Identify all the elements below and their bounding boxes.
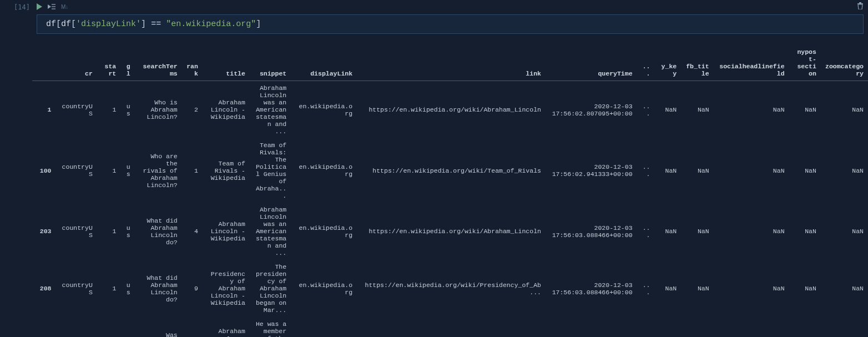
cell-ellipsis: ...	[637, 203, 655, 260]
cell-snippet: Abraham Lincoln was an American statesma…	[250, 203, 291, 260]
column-header: snippet	[250, 45, 291, 81]
column-header: cr	[55, 45, 97, 81]
cell-gl: us	[120, 203, 134, 260]
cell-ellipsis: ...	[637, 317, 655, 337]
cell-gl: us	[120, 260, 134, 317]
column-header: nypost-section	[789, 45, 821, 81]
cell-snippet: The presidency of Abraham Lincoln began …	[250, 260, 291, 317]
code-input[interactable]: df[df['displayLink'] == "en.wikipedia.or…	[37, 14, 864, 34]
cell-main: M↓ df[df['displayLink'] == "en.wikipedia…	[32, 0, 868, 337]
cell-title: Abraham Lincoln - Wikipedia	[203, 203, 250, 260]
cell-cr: countryUS	[55, 317, 97, 337]
cell-title: Team of Rivals - Wikipedia	[203, 138, 250, 203]
cell-displayLink: en.wikipedia.org	[291, 317, 357, 337]
cell-rank: 11	[182, 317, 203, 337]
cell-nypost: NaN	[789, 81, 821, 139]
column-header: queryTime	[546, 45, 637, 81]
cell-cr: countryUS	[55, 203, 97, 260]
cell-y_key: NaN	[654, 203, 681, 260]
cell-queryTime: 2020-12-03 17:56:03.088466+00:00	[546, 203, 637, 260]
cell-snippet: He was a member of the Illinois and Kent…	[250, 317, 291, 337]
cell-zoom: NaN	[821, 203, 868, 260]
svg-marker-1	[48, 4, 51, 9]
cell-displayLink: en.wikipedia.org	[291, 138, 357, 203]
cell-ellipsis: ...	[637, 81, 655, 139]
cell-link: https://en.wikipedia.org/wiki/Abraham_Jo…	[357, 317, 546, 337]
cell-snippet: Abraham Lincoln was an American statesma…	[250, 81, 291, 139]
cell-socialheadlinefield: NaN	[714, 260, 789, 317]
cell-nypost: NaN	[789, 260, 821, 317]
table-body: 1countryUS1usWho is Abraham Lincoln?2Abr…	[32, 81, 868, 338]
cell-searchTerms: Who is Abraham Lincoln?	[135, 81, 182, 139]
cell-start: 11	[97, 317, 120, 337]
column-header: zoomcategory	[821, 45, 868, 81]
cell-displayLink: en.wikipedia.org	[291, 260, 357, 317]
cell-queryTime: 2020-12-03 17:56:03.088466+00:00	[546, 260, 637, 317]
cell-displayLink: en.wikipedia.org	[291, 81, 357, 139]
cell-cr: countryUS	[55, 81, 97, 139]
table-header: crstartglsearchTermsranktitlesnippetdisp…	[32, 45, 868, 81]
cell-fb_title: NaN	[681, 203, 713, 260]
column-header: displayLink	[291, 45, 357, 81]
cell-y_key: NaN	[654, 317, 681, 337]
cell-start: 1	[97, 203, 120, 260]
cell-nypost: NaN	[789, 203, 821, 260]
column-header: link	[357, 45, 546, 81]
cell-y_key: NaN	[654, 260, 681, 317]
markdown-toggle[interactable]: M↓	[61, 4, 68, 10]
cell-socialheadlinefield: NaN	[714, 317, 789, 337]
cell-snippet: Team of Rivals: The Political Genius of …	[250, 138, 291, 203]
dataframe-table: crstartglsearchTermsranktitlesnippetdisp…	[32, 45, 868, 337]
cell-idx: 310	[32, 317, 55, 337]
cell-idx: 100	[32, 138, 55, 203]
cell-rank: 2	[182, 81, 203, 139]
cell-fb_title: NaN	[681, 81, 713, 139]
cell-socialheadlinefield: NaN	[714, 81, 789, 139]
cell-ellipsis: ...	[637, 260, 655, 317]
cell-rank: 4	[182, 203, 203, 260]
column-header: ...	[637, 45, 655, 81]
cell-socialheadlinefield: NaN	[714, 138, 789, 203]
column-header: socialheadlinefield	[714, 45, 789, 81]
execution-count: [14]	[0, 3, 30, 11]
delete-cell-icon[interactable]	[857, 2, 864, 11]
cell-zoom: NaN	[821, 138, 868, 203]
run-by-line-icon[interactable]	[48, 3, 55, 10]
column-header: fb_title	[681, 45, 713, 81]
table-row: 100countryUS1usWho are the rivals of Abr…	[32, 138, 868, 203]
cell-start: 1	[97, 138, 120, 203]
cell-searchTerms: What did Abraham Lincoln do?	[135, 260, 182, 317]
cell-idx: 1	[32, 81, 55, 139]
prompt-area: [14]	[0, 0, 32, 337]
cell-socialheadlinefield: NaN	[714, 203, 789, 260]
cell-link: https://en.wikipedia.org/wiki/Team_of_Ri…	[357, 138, 546, 203]
table-row: 203countryUS1usWhat did Abraham Lincoln …	[32, 203, 868, 260]
column-header	[32, 45, 55, 81]
cell-displayLink: en.wikipedia.org	[291, 203, 357, 260]
cell-idx: 208	[32, 260, 55, 317]
cell-queryTime: 2020-12-03 17:56:02.941333+00:00	[546, 138, 637, 203]
column-header: rank	[182, 45, 203, 81]
cell-cr: countryUS	[55, 138, 97, 203]
cell-searchTerms: What did Abraham Lincoln do?	[135, 203, 182, 260]
cell-fb_title: NaN	[681, 317, 713, 337]
run-cell-icon[interactable]	[37, 3, 42, 10]
cell-fb_title: NaN	[681, 260, 713, 317]
cell-ellipsis: ...	[637, 138, 655, 203]
cell-cr: countryUS	[55, 260, 97, 317]
cell-searchTerms: Who are the rivals of Abraham Lincoln?	[135, 138, 182, 203]
svg-rect-6	[859, 2, 861, 3]
cell-link: https://en.wikipedia.org/wiki/Abraham_Li…	[357, 81, 546, 139]
cell-start: 1	[97, 81, 120, 139]
output-area: crstartglsearchTermsranktitlesnippetdisp…	[32, 34, 868, 337]
cell-fb_title: NaN	[681, 138, 713, 203]
cell-zoom: NaN	[821, 317, 868, 337]
cell-link: https://en.wikipedia.org/wiki/Abraham_Li…	[357, 203, 546, 260]
cell-y_key: NaN	[654, 81, 681, 139]
column-header: title	[203, 45, 250, 81]
cell-nypost: NaN	[789, 317, 821, 337]
cell-toolbar: M↓	[32, 0, 868, 13]
cell-searchTerms: Was Abraham Lincoln a Freemason	[135, 317, 182, 337]
table-row: 310countryUS11usWas Abraham Lincoln a Fr…	[32, 317, 868, 337]
column-header: searchTerms	[135, 45, 182, 81]
